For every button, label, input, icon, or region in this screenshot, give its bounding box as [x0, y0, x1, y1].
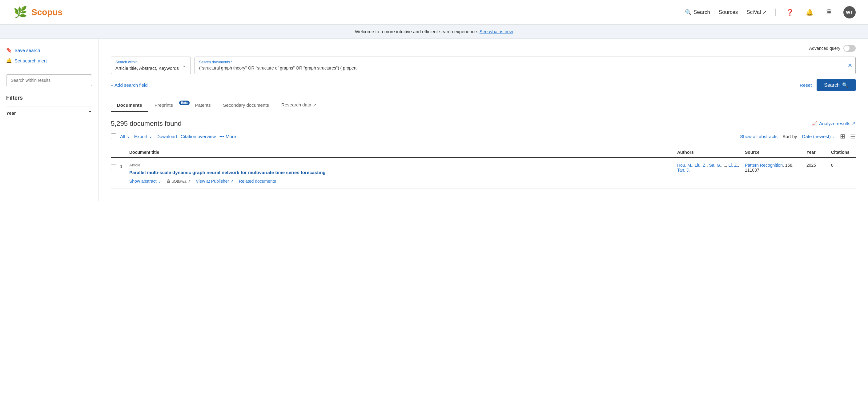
tab-secondary-documents[interactable]: Secondary documents: [217, 99, 275, 112]
search-row: Search within Article title, Abstract, K…: [111, 57, 856, 74]
filters-section: Filters Year ⌃: [6, 95, 92, 119]
search-actions-row: + Add search field Reset Search 🔍: [111, 79, 856, 91]
nav-search[interactable]: 🔍 Search: [685, 9, 710, 16]
more-button[interactable]: ••• More: [219, 134, 236, 139]
authors-col: Hou, M., Liu, Z., Sa, G., ... Li, Z., Ta…: [677, 163, 745, 172]
doc-title-link[interactable]: Parallel multi-scale dynamic graph neura…: [129, 169, 677, 176]
citation-overview-button[interactable]: Citation overview: [181, 134, 216, 139]
header: 🌿 Scopus 🔍 Search Sources SciVal ↗ ❓ 🔔 🏛…: [0, 0, 868, 25]
search-within-value: Article title, Abstract, Keywords: [116, 66, 179, 71]
search-buttons: Reset Search 🔍: [800, 79, 856, 91]
toolbar: All ⌄ Export ⌄ Download Citation overvie…: [111, 133, 856, 144]
search-within-input[interactable]: [6, 74, 92, 86]
sort-chevron-icon: ⌄: [832, 134, 835, 138]
source-link[interactable]: Pattern Recognition: [745, 163, 783, 168]
search-documents-label: Search documents *: [199, 60, 851, 64]
results-count: 5,295 documents found: [111, 120, 182, 128]
search-nav-icon: 🔍: [685, 9, 692, 16]
logo-text: Scopus: [31, 7, 62, 17]
save-search-action[interactable]: 🔖 Save search: [6, 47, 92, 53]
banner: Welcome to a more intuitive and efficien…: [0, 25, 868, 39]
results-table: Document title Authors Source Year Citat…: [111, 147, 856, 189]
citations-col: 0: [831, 163, 856, 168]
bell-icon: 🔔: [6, 58, 12, 63]
show-abstract-button[interactable]: Show abstract ⌄: [129, 179, 162, 184]
source-col: Pattern Recognition, 158, 111037: [745, 163, 806, 172]
add-search-field-button[interactable]: + Add search field: [111, 82, 148, 88]
sidebar: 🔖 Save search 🔔 Set search alert Filters…: [0, 39, 98, 201]
view-publisher-link[interactable]: View at Publisher ↗: [196, 179, 234, 184]
search-icon: 🔍: [842, 82, 848, 88]
notifications-button[interactable]: 🔔: [804, 7, 815, 18]
row-num-col: 1: [111, 163, 129, 170]
toolbar-left: All ⌄ Export ⌄ Download Citation overvie…: [111, 133, 735, 139]
toolbar-right: Show all abstracts Sort by Date (newest)…: [740, 133, 856, 140]
help-button[interactable]: ❓: [784, 7, 795, 18]
all-dropdown-button[interactable]: All ⌄: [120, 133, 130, 139]
advanced-query-toggle[interactable]: [843, 45, 856, 52]
tab-documents[interactable]: Documents: [111, 99, 148, 112]
chart-icon: 📈: [811, 121, 817, 126]
table-row: 1 Article Parallel multi-scale dynamic g…: [111, 158, 856, 189]
see-what-is-new-link[interactable]: See what is new: [479, 29, 513, 34]
nav-divider: [775, 9, 776, 16]
institution-button[interactable]: 🏛: [824, 7, 835, 18]
filters-title: Filters: [6, 95, 92, 101]
reset-button[interactable]: Reset: [800, 82, 812, 88]
tabs-row: Documents Preprints Beta Patents Seconda…: [111, 99, 856, 112]
set-alert-action[interactable]: 🔔 Set search alert: [6, 58, 92, 63]
search-within-label: Search within: [116, 60, 180, 64]
svg-text:🌿: 🌿: [13, 5, 27, 19]
table-header: Document title Authors Source Year Citat…: [111, 147, 856, 158]
chevron-up-icon: ⌃: [88, 110, 92, 115]
doc-title-col: Article Parallel multi-scale dynamic gra…: [129, 163, 677, 184]
list-view-button[interactable]: ☰: [850, 133, 856, 140]
year-col: 2025: [806, 163, 831, 168]
tab-research-data[interactable]: Research data ↗: [275, 99, 323, 112]
select-all-checkbox[interactable]: [111, 133, 116, 139]
beta-badge: Beta: [179, 101, 190, 105]
content-area: Advanced query Search within Article tit…: [98, 39, 868, 201]
related-docs-link[interactable]: Related documents: [239, 179, 276, 184]
search-area: Advanced query Search within Article tit…: [111, 39, 856, 99]
chevron-down-icon: ⌄: [149, 133, 153, 139]
bookmark-icon: 🔖: [6, 47, 12, 53]
advanced-query-row: Advanced query: [111, 45, 856, 52]
doc-actions: Show abstract ⌄ 🏛 uOttawa ↗ View at Publ…: [129, 179, 677, 184]
row-checkbox[interactable]: [111, 165, 116, 170]
chevron-down-icon: ⌄: [183, 63, 186, 68]
scopus-logo-icon: 🌿: [12, 4, 28, 20]
analyze-results-button[interactable]: 📈 Analyze results ↗: [811, 121, 856, 126]
search-button[interactable]: Search 🔍: [816, 79, 856, 91]
nav-sources[interactable]: Sources: [719, 9, 738, 15]
search-within-field[interactable]: Search within Article title, Abstract, K…: [111, 57, 191, 74]
header-nav: 🔍 Search Sources SciVal ↗ ❓ 🔔 🏛 WT: [685, 6, 856, 19]
sort-select-button[interactable]: Date (newest) ⌄: [802, 134, 835, 139]
download-button[interactable]: Download: [156, 134, 177, 139]
tab-preprints[interactable]: Preprints Beta: [148, 99, 189, 112]
nav-scival[interactable]: SciVal ↗: [746, 9, 767, 15]
tab-patents[interactable]: Patents: [189, 99, 217, 112]
filter-year-group[interactable]: Year ⌃: [6, 106, 92, 119]
search-documents-value: ("structural graph theory" OR "structure…: [199, 66, 367, 70]
main-container: 🔖 Save search 🔔 Set search alert Filters…: [0, 39, 868, 201]
search-documents-field[interactable]: Search documents * ("structural graph th…: [194, 57, 856, 74]
clear-search-button[interactable]: ✕: [848, 62, 852, 69]
export-button[interactable]: Export ⌄: [134, 133, 153, 139]
logo-area: 🌿 Scopus: [12, 4, 62, 20]
results-header: 5,295 documents found 📈 Analyze results …: [111, 120, 856, 128]
show-all-abstracts-button[interactable]: Show all abstracts: [740, 134, 777, 139]
chevron-down-icon: ⌄: [126, 133, 130, 139]
grid-view-button[interactable]: ⊞: [840, 133, 845, 140]
user-avatar[interactable]: WT: [843, 6, 856, 19]
doc-type: Article: [129, 163, 677, 167]
institution-link[interactable]: 🏛 uOttawa ↗: [166, 179, 191, 184]
